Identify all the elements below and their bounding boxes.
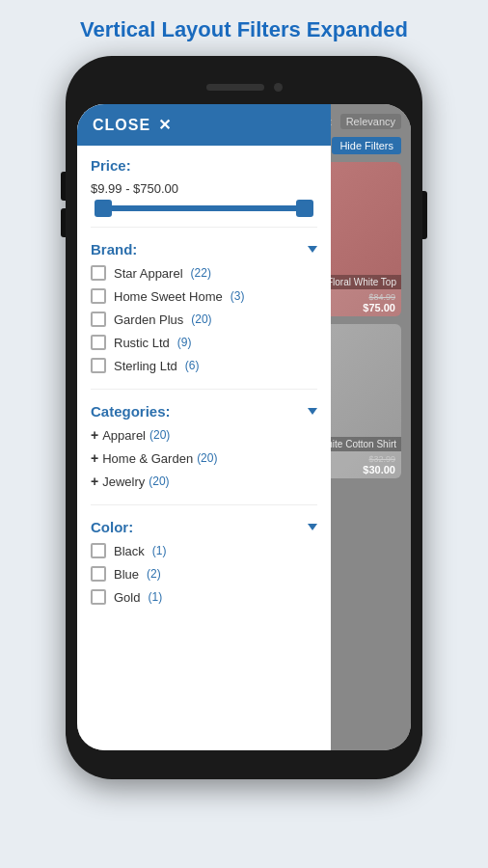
phone-shell: Items per page: 24 Sort: Relevancy Hide … (66, 56, 422, 779)
close-icon: ✕ (158, 116, 172, 134)
category-expand-apparel: + (91, 427, 98, 443)
brand-item-rustic-ltd[interactable]: Rustic Ltd (9) (91, 335, 317, 350)
color-count-black: (1) (152, 544, 167, 557)
color-item-gold[interactable]: Gold (1) (91, 589, 317, 605)
volume-up-button (61, 172, 66, 201)
category-label-jewelry: Jewelry (102, 475, 145, 489)
color-item-black[interactable]: Black (1) (91, 543, 317, 558)
volume-down-button (61, 208, 66, 237)
category-item-home-garden[interactable]: + Home & Garden (20) (91, 450, 317, 466)
color-label-blue: Blue (114, 567, 139, 582)
phone-camera (274, 83, 283, 92)
close-label: CLOSE (93, 117, 150, 134)
category-item-apparel[interactable]: + Apparel (20) (91, 427, 317, 443)
filter-body: Price: $9.99 - $750.00 Brand: (77, 146, 331, 750)
categories-chevron-icon (308, 408, 317, 415)
brand-checkbox-star-apparel[interactable] (91, 265, 106, 281)
price-slider-thumb-right[interactable] (296, 200, 313, 217)
price-slider-fill (95, 205, 313, 211)
category-label-home-garden: Home & Garden (102, 451, 193, 466)
filter-close-bar[interactable]: CLOSE ✕ (77, 104, 331, 146)
power-button (422, 191, 427, 239)
category-count-home-garden: (20) (197, 451, 217, 465)
brand-checkbox-sterling-ltd[interactable] (91, 358, 106, 373)
color-checkbox-blue[interactable] (91, 566, 106, 582)
price-section: Price: $9.99 - $750.00 (91, 157, 317, 211)
brand-header[interactable]: Brand: (91, 241, 317, 258)
divider-1 (91, 227, 317, 228)
color-section: Color: Black (1) Blue (2) (91, 519, 317, 605)
brand-item-sterling-ltd[interactable]: Sterling Ltd (6) (91, 358, 317, 373)
brand-label-rustic-ltd: Rustic Ltd (114, 336, 170, 350)
color-count-blue: (2) (147, 567, 161, 581)
brand-item-garden-plus[interactable]: Garden Plus (20) (91, 312, 317, 327)
brand-count-rustic-ltd: (9) (177, 336, 192, 349)
filter-panel: CLOSE ✕ Price: $9.99 - $750.00 (77, 104, 331, 750)
color-count-gold: (1) (148, 590, 162, 604)
brand-item-star-apparel[interactable]: Star Apparel (22) (91, 265, 317, 281)
brand-section: Brand: Star Apparel (22) Home Sweet Home… (91, 241, 317, 373)
brand-checkbox-garden-plus[interactable] (91, 312, 106, 327)
brand-title: Brand: (91, 241, 137, 258)
color-checkbox-gold[interactable] (91, 589, 106, 605)
phone-speaker (206, 84, 264, 91)
color-label-gold: Gold (114, 590, 140, 605)
category-count-apparel: (20) (149, 428, 170, 442)
brand-label-sterling-ltd: Sterling Ltd (114, 359, 177, 373)
category-count-jewelry: (20) (149, 475, 169, 488)
price-range-text: $9.99 - $750.00 (91, 181, 317, 196)
price-slider-track[interactable] (95, 205, 313, 211)
color-title: Color: (91, 519, 133, 535)
hide-filters-button[interactable]: Hide Filters (332, 137, 401, 154)
brand-item-home-sweet-home[interactable]: Home Sweet Home (3) (91, 288, 317, 304)
divider-3 (91, 504, 317, 505)
brand-checkbox-rustic-ltd[interactable] (91, 335, 106, 350)
phone-screen: Items per page: 24 Sort: Relevancy Hide … (77, 104, 411, 750)
categories-section: Categories: + Apparel (20) + Home & Gard… (91, 403, 317, 489)
brand-label-star-apparel: Star Apparel (114, 266, 183, 281)
color-header[interactable]: Color: (91, 519, 317, 535)
categories-title: Categories: (91, 403, 171, 420)
brand-count-sterling-ltd: (6) (185, 359, 200, 372)
brand-count-star-apparel: (22) (191, 266, 211, 280)
brand-count-home-sweet-home: (3) (230, 289, 245, 303)
price-title: Price: (91, 157, 131, 174)
category-item-jewelry[interactable]: + Jewelry (20) (91, 474, 317, 489)
color-label-black: Black (114, 544, 145, 558)
color-chevron-icon (308, 524, 317, 530)
categories-header[interactable]: Categories: (91, 403, 317, 420)
brand-count-garden-plus: (20) (191, 312, 211, 326)
brand-label-home-sweet-home: Home Sweet Home (114, 289, 223, 304)
brand-checkbox-home-sweet-home[interactable] (91, 288, 106, 304)
color-item-blue[interactable]: Blue (2) (91, 566, 317, 582)
color-checkbox-black[interactable] (91, 543, 106, 558)
category-expand-home-garden: + (91, 450, 98, 466)
brand-label-garden-plus: Garden Plus (114, 312, 183, 327)
category-expand-jewelry: + (91, 474, 98, 489)
sort-value: Relevancy (340, 114, 401, 129)
phone-top-bar (77, 73, 411, 100)
price-header: Price: (91, 157, 317, 174)
category-label-apparel: Apparel (102, 428, 146, 443)
page-title: Vertical Layout Filters Expanded (61, 0, 427, 56)
brand-chevron-icon (308, 246, 317, 253)
divider-2 (91, 389, 317, 390)
price-slider-thumb-left[interactable] (95, 200, 112, 217)
